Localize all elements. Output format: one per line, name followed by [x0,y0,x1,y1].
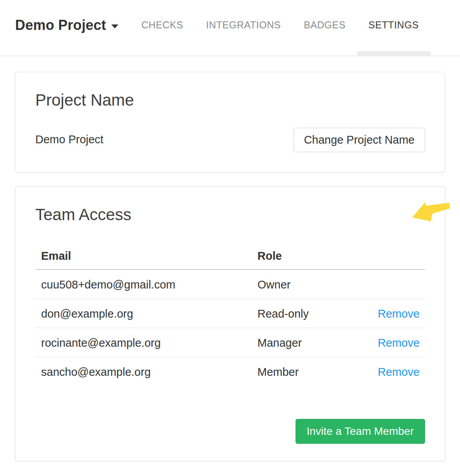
team-member-row: cuu508+demo@gmail.com Owner [35,269,425,299]
team-access-card-title: Team Access [35,205,425,224]
team-member-row: don@example.org Read-only Remove [35,299,425,328]
remove-member-link[interactable]: Remove [378,366,420,378]
member-role: Owner [252,269,377,299]
team-access-card: Team Access Email Role cuu508+demo@gmail… [15,186,445,461]
member-email: rocinante@example.org [35,328,252,357]
project-name-row: Demo Project Change Project Name [35,128,425,152]
project-name-card: Project Name Demo Project Change Project… [15,72,445,172]
member-email: sancho@example.org [35,357,252,386]
project-switcher-dropdown[interactable]: Demo Project [15,17,118,33]
tab-integrations[interactable]: INTEGRATIONS [206,19,281,31]
remove-member-link[interactable]: Remove [378,337,420,349]
current-project-name: Demo Project [35,128,104,146]
member-actions: Remove [376,357,425,386]
change-project-name-button[interactable]: Change Project Name [294,128,425,152]
member-actions: Remove [376,328,425,357]
member-actions: Remove [376,299,425,328]
top-navigation: Demo Project CHECKS INTEGRATIONS BADGES … [0,0,460,56]
member-email: cuu508+demo@gmail.com [35,269,252,299]
team-member-row: sancho@example.org Member Remove [35,357,425,386]
tab-settings-label: SETTINGS [368,19,419,30]
active-tab-indicator [357,51,431,56]
invite-row: Invite a Team Member [35,419,425,444]
invite-team-member-button[interactable]: Invite a Team Member [296,419,425,444]
team-member-row: rocinante@example.org Manager Remove [35,328,425,357]
member-role: Read-only [252,299,377,328]
member-role: Member [252,357,377,386]
project-name-label: Demo Project [15,17,106,33]
member-role: Manager [252,328,377,357]
member-actions [376,269,425,299]
project-name-card-title: Project Name [35,90,425,110]
tab-badges[interactable]: BADGES [304,19,346,31]
email-column-header: Email [35,241,252,269]
remove-member-link[interactable]: Remove [378,307,420,320]
actions-column-header [376,241,425,269]
role-column-header: Role [252,241,377,269]
team-members-table: Email Role cuu508+demo@gmail.com Owner d… [35,241,425,386]
table-header-row: Email Role [35,241,425,269]
tab-settings[interactable]: SETTINGS [368,19,419,31]
member-email: don@example.org [35,299,252,328]
chevron-down-icon [111,24,118,28]
tab-checks[interactable]: CHECKS [141,19,183,31]
